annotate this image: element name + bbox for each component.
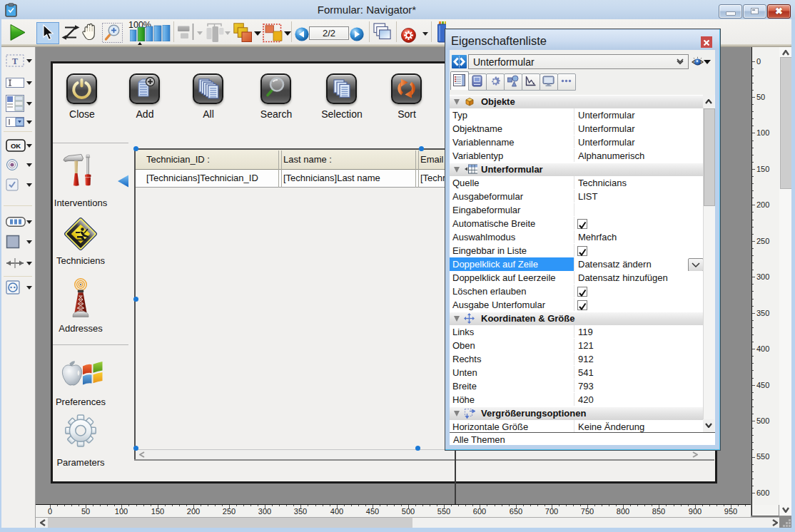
svg-text:OK: OK [11, 142, 21, 150]
svg-text:T: T [12, 56, 18, 66]
